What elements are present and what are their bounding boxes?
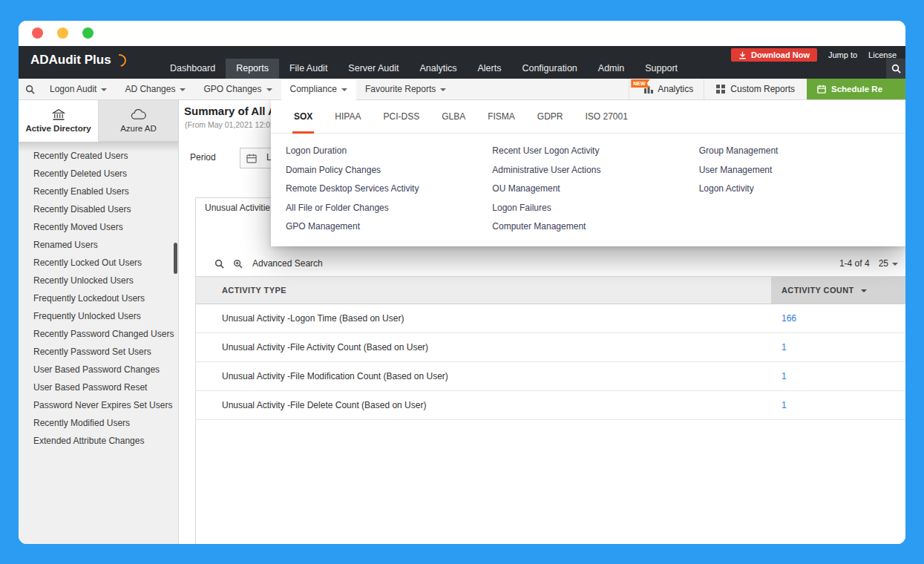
maximize-button[interactable] (82, 27, 94, 39)
calendar-icon (817, 85, 826, 94)
menu-gpo-changes-label: GPO Changes (203, 84, 261, 94)
sidebar-item[interactable]: Frequently Unlocked Users (19, 307, 178, 325)
sidebar-item[interactable]: Recently Enabled Users (19, 183, 178, 200)
tab-gdpr[interactable]: GDPR (526, 99, 574, 133)
app-logo[interactable]: ADAudit Plus (30, 53, 126, 68)
activity-type-cell: Unusual Activity -File Activity Count (B… (196, 342, 428, 352)
download-now-button[interactable]: Download Now (731, 48, 817, 62)
menu-logon-audit[interactable]: Logon Audit (41, 79, 116, 99)
chevron-down-icon (341, 88, 347, 91)
nav-configuration[interactable]: Configuration (511, 59, 587, 79)
table-row: Unusual Activity -Logon Time (Based on U… (196, 304, 905, 333)
table-search-row: Advanced Search 1-4 of 4 25 (196, 251, 905, 276)
compliance-link[interactable]: OU Management (492, 180, 698, 199)
period-calendar-button[interactable] (240, 148, 263, 168)
tab-active-directory[interactable]: Active Directory (19, 100, 99, 142)
sidebar-item[interactable]: Recently Password Set Users (19, 343, 178, 361)
nav-support[interactable]: Support (635, 59, 688, 79)
custom-reports-button[interactable]: Custom Reports (704, 79, 807, 99)
advanced-search-link[interactable]: Advanced Search (252, 258, 323, 269)
toolbar-search-button[interactable] (19, 79, 41, 99)
report-panel: Advanced Search 1-4 of 4 25 ACTIVITY TYP… (195, 217, 905, 544)
compliance-link[interactable]: User Management (699, 161, 905, 180)
compliance-link[interactable]: Administrative User Actions (492, 161, 698, 180)
tab-glba[interactable]: GLBA (430, 99, 476, 133)
sidebar-item[interactable]: Recently Modified Users (19, 414, 178, 432)
menu-gpo-changes[interactable]: GPO Changes (194, 79, 281, 99)
tab-unusual-activities[interactable]: Unusual Activitie (195, 197, 283, 218)
main-nav: Dashboard Reports File Audit Server Audi… (160, 59, 688, 79)
column-activity-count[interactable]: ACTIVITY COUNT (771, 277, 905, 304)
page-size-select[interactable]: 25 (879, 258, 901, 269)
header-search-button[interactable] (886, 59, 905, 79)
search-icon (891, 64, 901, 73)
sidebar-item[interactable]: Recently Disabled Users (19, 200, 178, 218)
close-button[interactable] (32, 27, 43, 39)
analytics-shortcut[interactable]: NEW Analytics (629, 79, 704, 99)
nav-reports[interactable]: Reports (226, 59, 279, 79)
compliance-link[interactable]: Computer Management (492, 217, 698, 237)
compliance-column: Logon Duration Domain Policy Changes Rem… (286, 142, 492, 237)
tab-hipaa[interactable]: HIPAA (324, 99, 372, 133)
reports-toolbar: Logon Audit AD Changes GPO Changes Compl… (19, 79, 905, 100)
table-row: Unusual Activity -File Modification Coun… (196, 362, 905, 391)
grid-icon (716, 85, 725, 94)
sidebar-item[interactable]: Recently Unlocked Users (19, 272, 178, 289)
column-activity-type: ACTIVITY TYPE (196, 286, 286, 295)
tab-pci-dss[interactable]: PCI-DSS (372, 99, 430, 133)
compliance-link[interactable]: Logon Failures (492, 199, 698, 218)
sidebar-item[interactable]: Recently Moved Users (19, 218, 178, 236)
activity-count-link[interactable]: 166 (782, 313, 796, 324)
calendar-icon (246, 154, 257, 163)
sidebar-item[interactable]: Recently Created Users (19, 147, 178, 165)
sidebar-scrollbar[interactable] (174, 243, 177, 274)
schedule-reports-button[interactable]: Schedule Re (807, 79, 905, 99)
compliance-link[interactable]: Recent User Logon Activity (492, 142, 698, 161)
sidebar-item[interactable]: User Based Password Reset (19, 378, 178, 396)
sidebar-item[interactable]: Recently Deleted Users (19, 165, 178, 183)
jump-to-link[interactable]: Jump to (828, 50, 857, 59)
nav-dashboard[interactable]: Dashboard (160, 59, 226, 79)
cloud-icon (131, 109, 146, 120)
nav-admin[interactable]: Admin (588, 59, 635, 79)
tab-azure-ad[interactable]: Azure AD (99, 100, 178, 142)
compliance-link[interactable]: Remote Desktop Services Activity (286, 180, 492, 199)
sidebar-item[interactable]: Extended Attribute Changes (19, 432, 178, 450)
compliance-link[interactable]: All File or Folder Changes (286, 199, 492, 218)
nav-alerts[interactable]: Alerts (467, 59, 511, 79)
tab-sox[interactable]: SOX (283, 99, 324, 133)
compliance-link[interactable]: GPO Management (286, 217, 492, 237)
activity-count-link[interactable]: 1 (782, 400, 787, 410)
menu-compliance[interactable]: Compliance (281, 79, 356, 99)
table-header: ACTIVITY TYPE ACTIVITY COUNT (196, 276, 905, 304)
pagination-info: 1-4 of 4 (839, 258, 870, 269)
menu-favourite-reports[interactable]: Favourite Reports (356, 79, 455, 99)
menu-ad-changes[interactable]: AD Changes (116, 79, 194, 99)
compliance-link[interactable]: Logon Duration (286, 142, 492, 161)
nav-server-audit[interactable]: Server Audit (338, 59, 409, 79)
compliance-dropdown: SOX HIPAA PCI-DSS GLBA FISMA GDPR ISO 27… (271, 99, 905, 246)
app-header: ADAudit Plus Dashboard Reports File Audi… (19, 46, 905, 79)
download-icon (738, 51, 747, 59)
activity-type-cell: Unusual Activity -File Delete Count (Bas… (196, 400, 426, 410)
sidebar-item[interactable]: Password Never Expires Set Users (19, 396, 178, 414)
compliance-link[interactable]: Domain Policy Changes (286, 161, 492, 180)
tab-iso-27001[interactable]: ISO 27001 (574, 99, 639, 133)
activity-count-link[interactable]: 1 (782, 371, 787, 381)
compliance-link[interactable]: Logon Activity (699, 180, 905, 199)
compliance-link[interactable]: Group Management (699, 142, 905, 161)
nav-file-audit[interactable]: File Audit (279, 59, 338, 79)
sidebar-item[interactable]: Renamed Users (19, 236, 178, 254)
sidebar-item[interactable]: Recently Password Changed Users (19, 325, 178, 343)
chevron-down-icon (440, 88, 446, 91)
search-icon[interactable] (214, 259, 224, 269)
minimize-button[interactable] (57, 27, 68, 39)
activity-count-link[interactable]: 1 (782, 342, 787, 352)
nav-analytics[interactable]: Analytics (409, 59, 467, 79)
tab-fisma[interactable]: FISMA (476, 99, 526, 133)
advanced-search-icon[interactable] (233, 259, 243, 269)
sidebar-item[interactable]: Recently Locked Out Users (19, 254, 178, 272)
sidebar-item[interactable]: User Based Password Changes (19, 361, 178, 378)
sort-caret-icon (861, 289, 867, 292)
sidebar-item[interactable]: Frequently Lockedout Users (19, 289, 178, 307)
